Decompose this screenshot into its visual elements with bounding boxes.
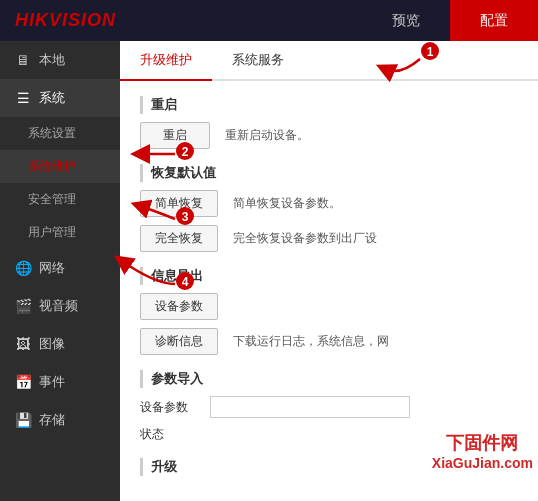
upgrade-section: 升级: [140, 458, 518, 476]
status-row: 状态: [140, 426, 518, 443]
sidebar-item-local[interactable]: 🖥 本地: [0, 41, 120, 79]
restart-description: 重新启动设备。: [225, 127, 309, 144]
tab-system-service[interactable]: 系统服务: [212, 41, 304, 81]
tab-bar: 升级维护 系统服务: [120, 41, 538, 81]
logo: HIKVISION: [0, 10, 131, 31]
video-icon: 🎬: [15, 298, 31, 314]
sidebar: 🖥 本地 ☰ 系统 系统设置 系统维护 安全管理 用户管理 🌐: [0, 41, 120, 501]
restore-defaults-section: 恢复默认值 简单恢复 简单恢复设备参数。 完全恢复 完全恢复设备参数到出厂设: [140, 164, 518, 252]
diagnostic-description: 下载运行日志，系统信息，网: [233, 333, 389, 350]
param-import-title: 参数导入: [140, 370, 518, 388]
full-restore-row: 完全恢复 完全恢复设备参数到出厂设: [140, 225, 518, 252]
device-params-button[interactable]: 设备参数: [140, 293, 218, 320]
sidebar-item-event[interactable]: 📅 事件: [0, 363, 120, 401]
restart-button[interactable]: 重启: [140, 122, 210, 149]
device-params-input[interactable]: [210, 396, 410, 418]
image-icon: 🖼: [15, 336, 31, 352]
content-area: 升级维护 系统服务 重启 重启 重新启动设备。: [120, 41, 538, 501]
monitor-icon: 🖥: [15, 52, 31, 68]
header: HIKVISION 预览 配置: [0, 0, 538, 41]
restart-action-row: 重启 重新启动设备。: [140, 122, 518, 149]
restart-section: 重启 重启 重新启动设备。: [140, 96, 518, 149]
sidebar-item-audio-video[interactable]: 🎬 视音频: [0, 287, 120, 325]
sidebar-item-storage[interactable]: 💾 存储: [0, 401, 120, 439]
restore-defaults-title: 恢复默认值: [140, 164, 518, 182]
param-import-section: 参数导入 设备参数 状态: [140, 370, 518, 443]
sidebar-item-user-management[interactable]: 用户管理: [0, 216, 120, 249]
content-panel: 重启 重启 重新启动设备。 恢复默认值 简单恢复 简单恢复设备参数。: [120, 81, 538, 501]
info-export-title: 信息导出: [140, 267, 518, 285]
network-icon: 🌐: [15, 260, 31, 276]
device-params-label: 设备参数: [140, 399, 210, 416]
full-restore-button[interactable]: 完全恢复: [140, 225, 218, 252]
sidebar-item-network[interactable]: 🌐 网络: [0, 249, 120, 287]
nav-preview[interactable]: 预览: [362, 0, 450, 41]
sidebar-item-security-management[interactable]: 安全管理: [0, 183, 120, 216]
restart-section-title: 重启: [140, 96, 518, 114]
nav-config[interactable]: 配置: [450, 0, 538, 41]
event-icon: 📅: [15, 374, 31, 390]
sidebar-item-system-settings[interactable]: 系统设置: [0, 117, 120, 150]
tab-upgrade-maintenance[interactable]: 升级维护: [120, 41, 212, 81]
full-restore-description: 完全恢复设备参数到出厂设: [233, 230, 377, 247]
diagnostic-export-row: 诊断信息 下载运行日志，系统信息，网: [140, 328, 518, 355]
info-export-section: 信息导出 设备参数 诊断信息 下载运行日志，系统信息，网: [140, 267, 518, 355]
sidebar-item-system-maintenance[interactable]: 系统维护: [0, 150, 120, 183]
storage-icon: 💾: [15, 412, 31, 428]
system-icon: ☰: [15, 90, 31, 106]
device-params-export-row: 设备参数: [140, 293, 518, 320]
status-label: 状态: [140, 426, 210, 443]
header-nav: 预览 配置: [362, 0, 538, 41]
simple-restore-description: 简单恢复设备参数。: [233, 195, 341, 212]
simple-restore-row: 简单恢复 简单恢复设备参数。: [140, 190, 518, 217]
simple-restore-button[interactable]: 简单恢复: [140, 190, 218, 217]
upgrade-title: 升级: [140, 458, 518, 476]
main-body: 🖥 本地 ☰ 系统 系统设置 系统维护 安全管理 用户管理 🌐: [0, 41, 538, 501]
device-params-import-row: 设备参数: [140, 396, 518, 418]
sidebar-item-system[interactable]: ☰ 系统: [0, 79, 120, 117]
sidebar-item-image[interactable]: 🖼 图像: [0, 325, 120, 363]
diagnostic-button[interactable]: 诊断信息: [140, 328, 218, 355]
